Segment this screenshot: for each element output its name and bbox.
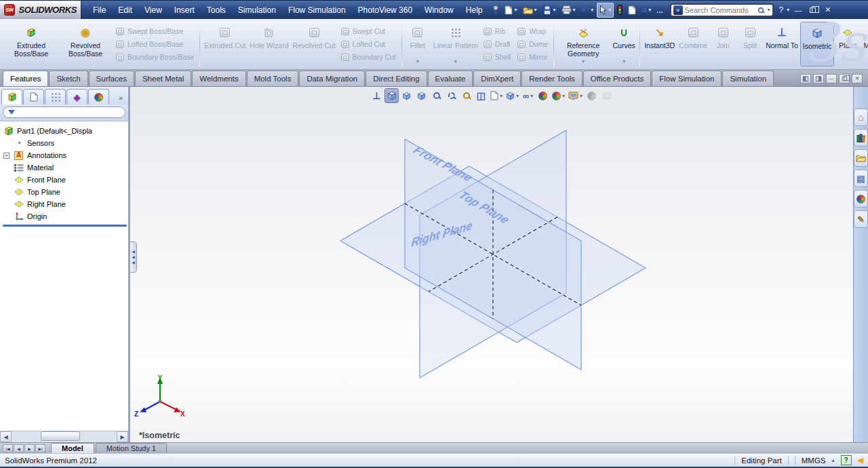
- task-pane-toggle-icon[interactable]: ◀: [858, 456, 863, 465]
- apply-scene-button[interactable]: ▾: [551, 88, 566, 103]
- tree-item-front[interactable]: Front Plane: [3, 174, 128, 186]
- menu-window[interactable]: Window: [418, 1, 460, 19]
- hide-show-items-button[interactable]: ∞▾: [521, 88, 535, 103]
- zoom-to-area-button[interactable]: [444, 88, 458, 103]
- tab-simulation[interactable]: Simulation: [722, 71, 774, 86]
- menu-flow-simulation[interactable]: Flow Simulation: [282, 1, 352, 19]
- swept-boss-base-button[interactable]: Swept Boss/Base: [114, 25, 196, 38]
- menu-edit[interactable]: Edit: [112, 1, 138, 19]
- plane-button[interactable]: Plane: [834, 22, 861, 66]
- normal-to-button[interactable]: ⊥Normal To: [764, 22, 800, 66]
- linear-pattern-button[interactable]: Linear Pattern▾: [431, 22, 480, 66]
- doc-restore-button[interactable]: [839, 74, 850, 83]
- menu-view[interactable]: View: [138, 1, 168, 19]
- hole-wizard-button[interactable]: +*Hole Wizard: [248, 22, 290, 66]
- manager-tab-dimxpertmanager[interactable]: ◈: [66, 89, 87, 104]
- scrollbar-track[interactable]: [12, 431, 117, 442]
- lofted-cut-button[interactable]: Lofted Cut: [339, 38, 398, 51]
- tree-item-right[interactable]: Right Plane: [3, 198, 128, 210]
- manager-tab-featuremanager[interactable]: [1, 89, 22, 104]
- draft-button[interactable]: Draft: [481, 38, 513, 51]
- task-pane-file-explorer-button[interactable]: [854, 149, 868, 167]
- manager-tab-propertymanager[interactable]: [23, 89, 44, 104]
- swept-cut-button[interactable]: Swept Cut: [339, 25, 398, 38]
- dropdown-arrow-icon[interactable]: ▾: [553, 7, 556, 13]
- new-document-button[interactable]: ▾: [502, 3, 519, 18]
- print-button[interactable]: ▾: [559, 3, 578, 18]
- search-input[interactable]: [685, 6, 755, 14]
- rib-button[interactable]: Rib: [481, 25, 513, 38]
- tab-model[interactable]: Model: [51, 443, 94, 453]
- boundary-cut-button[interactable]: Boundary Cut: [339, 51, 398, 64]
- dimetric-view-button[interactable]: [399, 88, 414, 103]
- help-dropdown-arrow-icon[interactable]: ▾: [787, 7, 789, 13]
- rollback-bar[interactable]: [3, 225, 127, 227]
- jump-to-end-button[interactable]: ▶|: [35, 444, 45, 452]
- minimize-button[interactable]: —: [791, 5, 804, 16]
- dropdown-arrow-icon[interactable]: ▾: [591, 7, 593, 13]
- jump-to-start-button[interactable]: |◀: [3, 444, 13, 452]
- open-button[interactable]: ▾: [521, 3, 539, 18]
- instant3d-button[interactable]: ↘Instant3D: [642, 22, 677, 66]
- ribbon-expand-button[interactable]: ◨: [813, 74, 824, 83]
- tab-direct-editing[interactable]: Direct Editing: [366, 71, 427, 86]
- ribbon-collapse-button[interactable]: ◧: [800, 74, 811, 83]
- tab-mold-tools[interactable]: Mold Tools: [247, 71, 299, 86]
- fillet-button[interactable]: Fillet▾: [404, 22, 431, 66]
- tab-flow-simulation[interactable]: Flow Simulation: [652, 71, 722, 86]
- magnified-selection-button[interactable]: [459, 88, 473, 103]
- task-pane-solidworks-resources-button[interactable]: ⌂: [854, 109, 868, 126]
- section-view-button[interactable]: ◫: [474, 88, 488, 103]
- tab-render-tools[interactable]: Render Tools: [521, 71, 583, 86]
- undo-button[interactable]: ↶▾: [579, 3, 596, 18]
- doc-minimize-button[interactable]: —: [826, 74, 837, 83]
- curves-button[interactable]: ∪Curves▾: [610, 22, 637, 66]
- dropdown-arrow-icon[interactable]: ▾: [516, 93, 519, 99]
- status-help-button[interactable]: ?: [841, 455, 852, 465]
- boundary-boss-base-button[interactable]: Boundary Boss/Base: [114, 51, 196, 64]
- unit-system-label[interactable]: MMGS: [802, 456, 826, 465]
- tree-item-annotations[interactable]: +AAnnotations: [3, 149, 128, 161]
- scrollbar-thumb[interactable]: [41, 431, 80, 441]
- search-icon[interactable]: [757, 7, 764, 13]
- menu-tools[interactable]: Tools: [201, 1, 232, 19]
- extruded-cut-button[interactable]: Extruded Cut: [202, 22, 248, 66]
- search-box[interactable]: » ▾: [670, 3, 774, 17]
- restore-button[interactable]: [806, 5, 819, 16]
- dropdown-arrow-icon[interactable]: ▾: [530, 93, 533, 99]
- toolbar-overflow-button[interactable]: ...: [654, 3, 665, 18]
- dropdown-arrow-icon[interactable]: ▾: [608, 7, 611, 13]
- dropdown-arrow-icon[interactable]: ▾: [648, 7, 651, 13]
- menu-simulation[interactable]: Simulation: [232, 1, 282, 19]
- task-pane-design-library-button[interactable]: [854, 129, 868, 147]
- save-button[interactable]: ▾: [540, 3, 558, 18]
- split-button[interactable]: Split: [736, 22, 764, 66]
- tab-sheet-metal[interactable]: Sheet Metal: [135, 71, 191, 86]
- dropdown-arrow-icon[interactable]: ▾: [573, 7, 576, 13]
- dropdown-arrow-icon[interactable]: ▾: [623, 59, 625, 65]
- tree-item-top[interactable]: Top Plane: [3, 186, 128, 198]
- menu-insert[interactable]: Insert: [168, 1, 201, 19]
- unit-dropdown-arrow-icon[interactable]: ▴: [832, 457, 835, 463]
- dropdown-arrow-icon[interactable]: ▾: [416, 59, 419, 65]
- display-style-button[interactable]: ▾: [505, 88, 520, 103]
- step-forward-button[interactable]: ▶: [24, 444, 35, 452]
- camera-view-button[interactable]: [599, 88, 614, 103]
- scroll-left-arrow-icon[interactable]: ◀: [0, 431, 12, 442]
- tree-item-sensors[interactable]: ◔Sensors: [3, 137, 128, 149]
- rotate-view-button[interactable]: [585, 88, 599, 103]
- tab-sketch[interactable]: Sketch: [49, 71, 87, 86]
- rebuild-button[interactable]: [615, 3, 625, 18]
- tab-dimxpert[interactable]: DimXpert: [473, 71, 521, 86]
- task-pane-appearances-scenes-button[interactable]: [854, 190, 868, 208]
- dropdown-arrow-icon[interactable]: ▾: [582, 59, 585, 65]
- file-properties-button[interactable]: [626, 3, 638, 18]
- dropdown-arrow-icon[interactable]: ▾: [500, 93, 502, 99]
- view-selector-button[interactable]: ▾: [489, 88, 504, 103]
- reference-geometry-button[interactable]: *Reference Geometry▾: [556, 22, 610, 66]
- hud-normal-to-button[interactable]: ⊥: [370, 88, 384, 103]
- tab-evaluate[interactable]: Evaluate: [428, 71, 473, 86]
- isometric-view-button[interactable]: [384, 88, 399, 103]
- tree-item-material[interactable]: Material: [3, 161, 128, 174]
- manager-tab-configurationmanager[interactable]: [45, 89, 66, 104]
